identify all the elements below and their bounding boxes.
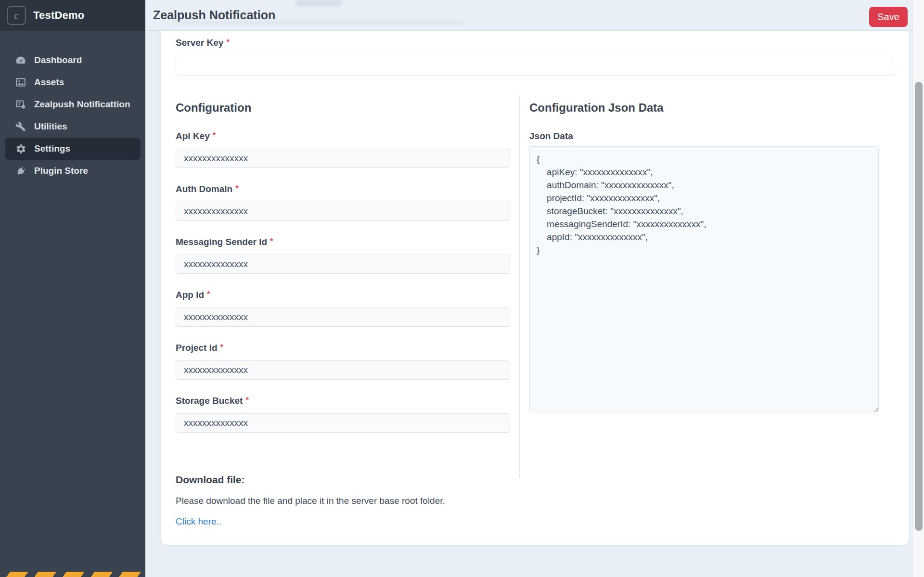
logo-bar: c TestDemo	[0, 0, 145, 31]
auth-domain-label: Auth Domain*	[176, 184, 510, 194]
hazard-stripes	[0, 572, 145, 577]
sidebar-item-zealpush-notification[interactable]: Zealpush Notificattion	[0, 93, 145, 115]
configuration-title: Configuration	[176, 101, 510, 115]
project-id-input[interactable]	[176, 360, 510, 380]
sidebar-item-settings[interactable]: Settings	[5, 138, 141, 160]
project-id-label: Project Id*	[176, 343, 510, 353]
page-header: Zealpush Notification Save	[145, 0, 912, 31]
required-asterisk: *	[235, 184, 239, 193]
download-description: Please download the file and place it in…	[176, 496, 657, 506]
download-link[interactable]: Click here..	[176, 516, 221, 527]
dashboard-icon	[14, 54, 27, 66]
column-divider	[519, 95, 520, 478]
sidebar-item-label: Plugin Store	[34, 166, 88, 176]
scroll-ghost-line	[174, 21, 463, 24]
scroll-ghost	[295, 0, 342, 6]
sidebar-item-label: Zealpush Notificattion	[34, 99, 130, 110]
sidebar-item-dashboard[interactable]: Dashboard	[0, 49, 145, 71]
scrollbar-thumb[interactable]	[915, 82, 923, 531]
download-title: Download file:	[176, 474, 657, 486]
logo-letter: c	[14, 10, 19, 21]
save-button[interactable]: Save	[869, 7, 908, 27]
required-asterisk: *	[226, 38, 230, 47]
storage-bucket-input[interactable]	[176, 413, 510, 433]
configuration-section: Configuration Api Key* Auth Domain* Mess…	[176, 101, 510, 449]
app-logo: c	[7, 6, 26, 25]
auth-domain-input[interactable]	[176, 202, 510, 221]
sidebar-item-label: Utilities	[34, 121, 67, 132]
sidebar-item-label: Assets	[34, 77, 64, 88]
sidebar-item-label: Settings	[34, 143, 70, 154]
field-app-id: App Id*	[176, 290, 510, 327]
field-auth-domain: Auth Domain*	[176, 184, 510, 221]
server-key-label: Server Key*	[176, 38, 230, 48]
json-data-label: Json Data	[529, 131, 879, 141]
json-data-textarea[interactable]: { apiKey: "xxxxxxxxxxxxxx", authDomain: …	[529, 146, 879, 412]
image-icon	[14, 77, 27, 88]
field-project-id: Project Id*	[176, 343, 510, 380]
app-id-label: App Id*	[176, 290, 510, 300]
sidebar-item-label: Dashboard	[34, 55, 82, 65]
gear-icon	[14, 143, 27, 154]
json-section-title: Configuration Json Data	[529, 101, 879, 115]
brand-name: TestDemo	[33, 9, 84, 22]
sidebar-item-utilities[interactable]: Utilities	[0, 115, 145, 138]
sidebar-item-plugin-store[interactable]: Plugin Store	[0, 160, 145, 182]
field-api-key: Api Key*	[176, 131, 510, 168]
plug-icon	[14, 165, 27, 177]
wrench-icon	[14, 121, 27, 132]
sidebar: c TestDemo Dashboard Assets Zealpush Not…	[0, 0, 145, 577]
download-section: Download file: Please download the file …	[176, 474, 657, 527]
page-title: Zealpush Notification	[153, 8, 275, 22]
messaging-sender-id-label: Messaging Sender Id*	[176, 237, 510, 247]
required-asterisk: *	[213, 131, 216, 140]
required-asterisk: *	[207, 290, 210, 299]
required-asterisk: *	[270, 237, 273, 246]
api-key-label: Api Key*	[176, 131, 510, 141]
required-asterisk: *	[220, 343, 224, 352]
field-storage-bucket: Storage Bucket*	[176, 396, 510, 433]
notification-icon	[14, 99, 27, 110]
sidebar-item-assets[interactable]: Assets	[0, 71, 145, 93]
app-id-input[interactable]	[176, 308, 510, 327]
json-section: Configuration Json Data Json Data { apiK…	[529, 101, 879, 412]
field-messaging-sender-id: Messaging Sender Id*	[176, 237, 510, 274]
messaging-sender-id-input[interactable]	[176, 255, 510, 274]
content-card: Server Key* Configuration Api Key* Auth …	[161, 31, 909, 545]
sidebar-menu: Dashboard Assets Zealpush Notificattion …	[0, 31, 145, 182]
server-key-input[interactable]	[176, 57, 894, 76]
scrollbar-track[interactable]	[912, 0, 924, 577]
storage-bucket-label: Storage Bucket*	[176, 396, 510, 406]
api-key-input[interactable]	[176, 149, 510, 168]
required-asterisk: *	[245, 396, 249, 405]
